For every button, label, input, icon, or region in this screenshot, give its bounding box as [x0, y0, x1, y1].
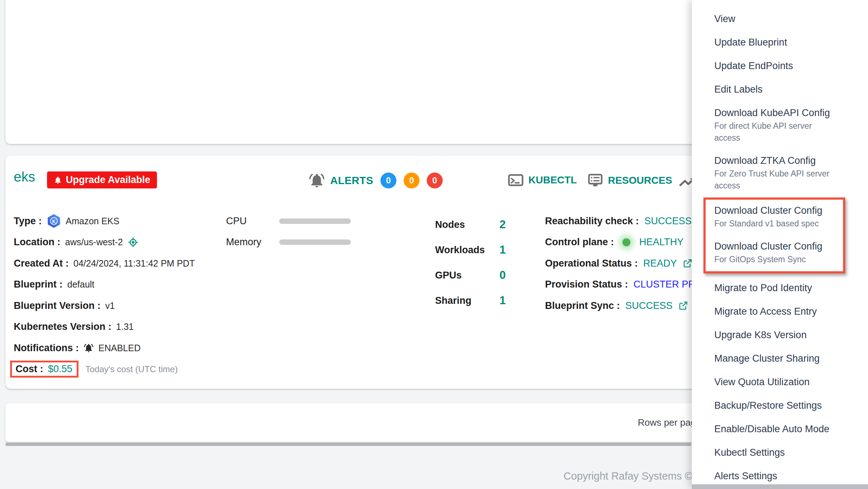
- detail-notifications: Notifications : ENABLED: [14, 337, 195, 359]
- menu-item-view[interactable]: View: [692, 7, 868, 31]
- cost-label: Cost :: [16, 363, 43, 375]
- gpus-row: GPUs 0: [435, 263, 506, 288]
- created-at-value: 04/24/2024, 11:31:42 PM PDT: [73, 258, 195, 269]
- kubernetes-version-label: Kubernetes Version :: [14, 321, 111, 332]
- sharing-label: Sharing: [435, 295, 499, 306]
- gps-target-icon[interactable]: [128, 237, 139, 248]
- menu-item-download-cluster-config-standard[interactable]: Download Cluster Config For Standard v1 …: [706, 200, 843, 235]
- detail-blueprint-version: Blueprint Version : v1: [14, 295, 195, 316]
- cluster-details: Type : K Amazon EKS Location : aws/us-we…: [14, 211, 195, 380]
- resources-button[interactable]: RESOURCES: [588, 174, 672, 187]
- cpu-usage-row: CPU: [226, 211, 351, 232]
- menu-item-manage-cluster-sharing[interactable]: Manage Cluster Sharing: [692, 347, 868, 370]
- reachability-row: Reachability check : SUCCESS L: [545, 211, 703, 232]
- blueprint-sync-value: SUCCESS: [625, 300, 673, 311]
- external-link-icon[interactable]: [682, 258, 693, 268]
- cluster-name[interactable]: eks: [14, 169, 35, 185]
- cost-highlight-box: Cost : $0.55: [10, 361, 78, 378]
- detail-location: Location : aws/us-west-2: [14, 232, 195, 253]
- workloads-value[interactable]: 1: [499, 243, 506, 256]
- menu-item-upgrade-k8s-version[interactable]: Upgrade K8s Version: [692, 323, 868, 347]
- location-label: Location :: [14, 237, 60, 248]
- cpu-label: CPU: [226, 216, 279, 227]
- resources-label: RESOURCES: [608, 175, 672, 186]
- location-value: aws/us-west-2: [65, 237, 123, 247]
- alerts-label: ALERTS: [330, 175, 373, 187]
- menu-scrollbar[interactable]: [692, 484, 868, 489]
- alert-count-warning[interactable]: 0: [404, 173, 420, 188]
- detail-blueprint: Blueprint : default: [14, 274, 195, 295]
- menu-item-download-cluster-config-gitops[interactable]: Download Cluster Config For GitOps Syste…: [706, 235, 843, 271]
- gpus-label: GPUs: [435, 270, 499, 281]
- menu-item-migrate-pod-identity[interactable]: Migrate to Pod Identity: [692, 276, 868, 300]
- alert-count-info[interactable]: 0: [380, 173, 396, 188]
- blueprint-version-label: Blueprint Version :: [14, 300, 101, 311]
- detail-cost: Cost : $0.55 Today's cost (UTC time): [14, 359, 195, 380]
- alerts-group[interactable]: ALERTS 0 0 0: [309, 172, 443, 189]
- cpu-usage-bar: [279, 218, 351, 224]
- workloads-row: Workloads 1: [435, 237, 506, 263]
- external-link-icon[interactable]: [678, 301, 688, 311]
- menu-item-migrate-access-entry[interactable]: Migrate to Access Entry: [692, 300, 868, 323]
- menu-item-backup-restore-settings[interactable]: Backup/Restore Settings: [692, 394, 868, 417]
- counters-section: Nodes 2 Workloads 1 GPUs 0 Sharing 1: [435, 212, 506, 313]
- menu-item-download-ztka-config[interactable]: Download ZTKA Config For Zero Trust Kube…: [692, 149, 868, 197]
- alert-count-critical[interactable]: 0: [427, 173, 443, 188]
- bell-icon: [54, 176, 62, 184]
- menu-item-update-endpoints[interactable]: Update EndPoints: [692, 54, 868, 78]
- created-at-label: Created At :: [14, 258, 69, 269]
- nodes-label: Nodes: [435, 219, 499, 230]
- kubectl-button[interactable]: KUBECTL: [508, 174, 577, 187]
- gpus-value[interactable]: 0: [499, 269, 506, 282]
- bell-ring-icon: [309, 172, 325, 189]
- menu-item-edit-labels[interactable]: Edit Labels: [692, 78, 868, 101]
- detail-created-at: Created At : 04/24/2024, 11:31:42 PM PDT: [14, 253, 195, 274]
- memory-usage-bar: [279, 239, 351, 245]
- detail-kubernetes-version: Kubernetes Version : 1.31: [14, 316, 195, 338]
- memory-usage-row: Memory: [226, 232, 351, 253]
- copyright-text: Copyright Rafay Systems © 2: [563, 470, 701, 482]
- notifications-label: Notifications :: [14, 343, 79, 354]
- horizontal-scrollbar[interactable]: [5, 443, 691, 446]
- menu-item-download-kubeapi-config[interactable]: Download KubeAPI Config For direct Kube …: [692, 101, 868, 149]
- provision-status-row: Provision Status : CLUSTER PRO: [545, 274, 703, 295]
- notifications-value: ENABLED: [98, 343, 141, 353]
- monitor-list-icon: [588, 174, 603, 187]
- sharing-row: Sharing 1: [435, 288, 506, 313]
- bell-ring-icon: [84, 343, 94, 353]
- blueprint-label: Blueprint :: [14, 279, 63, 290]
- kubectl-label: KUBECTL: [528, 174, 577, 186]
- svg-text:K: K: [52, 218, 55, 224]
- terminal-icon: [508, 174, 523, 187]
- provision-status-label: Provision Status :: [545, 279, 628, 290]
- sharing-value[interactable]: 1: [499, 294, 506, 307]
- kubernetes-version-value: 1.31: [116, 322, 134, 332]
- status-section: Reachability check : SUCCESS L Control p…: [545, 211, 703, 316]
- cost-value: $0.55: [48, 363, 73, 375]
- type-value: Amazon EKS: [66, 216, 120, 226]
- control-plane-label: Control plane :: [545, 237, 614, 248]
- cost-suffix: Today's cost (UTC time): [85, 364, 178, 374]
- download-cluster-config-highlight-box: Download Cluster Config For Standard v1 …: [703, 197, 845, 273]
- eks-hexagon-icon: K: [47, 213, 61, 229]
- nodes-row: Nodes 2: [435, 212, 506, 237]
- upgrade-available-badge[interactable]: Upgrade Available: [47, 171, 157, 188]
- reachability-value: SUCCESS: [644, 216, 692, 227]
- workloads-label: Workloads: [435, 244, 499, 256]
- upgrade-badge-label: Upgrade Available: [66, 174, 150, 186]
- operational-status-label: Operational Status :: [545, 258, 638, 269]
- type-label: Type :: [14, 216, 42, 227]
- nodes-value[interactable]: 2: [499, 218, 506, 231]
- menu-item-enable-disable-auto-mode[interactable]: Enable/Disable Auto Mode: [692, 417, 868, 441]
- operational-status-value: READY: [643, 258, 677, 269]
- control-plane-value: HEALTHY: [639, 237, 684, 248]
- menu-item-view-quota-utilization[interactable]: View Quota Utilization: [692, 370, 868, 394]
- menu-item-kubectl-settings[interactable]: Kubectl Settings: [692, 441, 868, 464]
- reachability-label: Reachability check :: [545, 216, 639, 227]
- usage-section: CPU Memory: [226, 211, 351, 253]
- healthy-dot-icon: [622, 238, 630, 246]
- operational-status-row: Operational Status : READY: [545, 253, 703, 274]
- blueprint-sync-label: Blueprint Sync :: [545, 300, 620, 311]
- control-plane-row: Control plane : HEALTHY: [545, 232, 703, 253]
- menu-item-update-blueprint[interactable]: Update Blueprint: [692, 31, 868, 54]
